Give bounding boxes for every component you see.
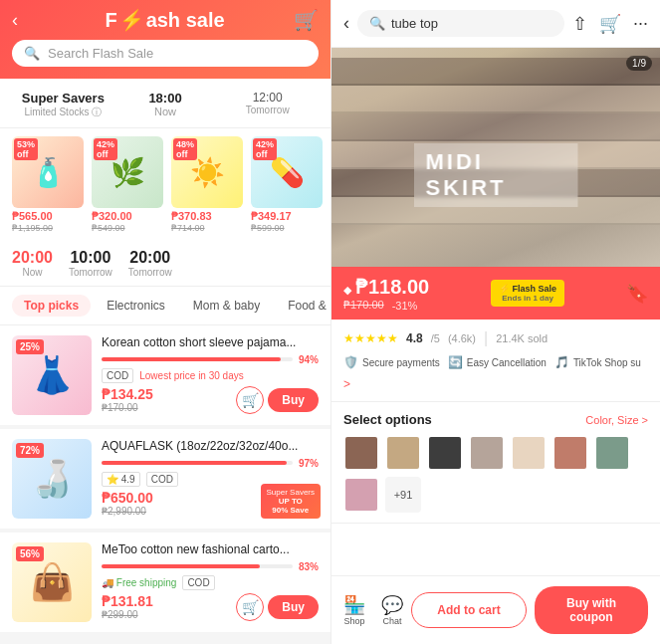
- time-label: Now: [12, 267, 53, 278]
- right-back-button[interactable]: ‹: [343, 13, 349, 34]
- orig-price-row: ₱170.00 -31%: [343, 299, 429, 312]
- color-swatch-7[interactable]: [594, 435, 630, 471]
- time-tab-2000-tomorrow[interactable]: 20:00 Tomorrow: [128, 249, 172, 278]
- color-swatch-2[interactable]: [385, 435, 421, 471]
- color-swatch-5[interactable]: [511, 435, 547, 471]
- discount-badge: 25%: [16, 339, 44, 354]
- buy-with-coupon-button[interactable]: Buy with coupon: [535, 586, 648, 634]
- color-swatch-8[interactable]: [343, 477, 379, 513]
- progress-fill: [102, 564, 260, 568]
- price-section: ◆ ₱118.00 ₱170.00 -31% ⚡ Flash Sale Ends…: [331, 267, 660, 320]
- shield-icon: 🛡️: [343, 355, 358, 369]
- share-icon[interactable]: ⇧: [572, 13, 587, 35]
- chat-icon-item[interactable]: 💬 Chat: [381, 594, 403, 626]
- price-row: ◆ ₱118.00: [343, 275, 429, 299]
- super-savers-tab[interactable]: Super Savers Limited Stocks ⓘ: [12, 87, 114, 123]
- add-to-cart-button[interactable]: 🛒: [236, 593, 264, 621]
- main-price: ₱118.00: [355, 275, 429, 299]
- progress-percent: 94%: [299, 354, 319, 365]
- right-search-bar[interactable]: 🔍 tube top: [357, 10, 564, 37]
- midi-skirt-text: MIDI SKIRT: [414, 143, 578, 207]
- time-tab-1800[interactable]: 18:00 Now: [114, 87, 217, 123]
- discount-percent: -31%: [392, 300, 418, 312]
- product-card[interactable]: 🌿 42%off ₱320.00 ₱549.00: [92, 136, 163, 233]
- tab-tomorrow-label: Tomorrow: [224, 105, 311, 115]
- feature-tiktok-shop: 🎵 TikTok Shop su: [554, 355, 641, 369]
- tag-cod: COD: [182, 575, 214, 590]
- current-price: ₱134.25: [102, 386, 153, 402]
- action-buttons: 🛒 Buy: [236, 593, 319, 621]
- list-item-info: Korean cotton short sleeve pajama... 94%…: [102, 335, 319, 415]
- color-size-label[interactable]: Color, Size >: [585, 414, 648, 426]
- color-swatch-inner: [429, 437, 461, 469]
- star-icons: ★★★★★: [343, 331, 398, 345]
- buy-button[interactable]: Buy: [268, 595, 319, 619]
- product-emoji: 🌿: [110, 156, 145, 189]
- search-query: tube top: [391, 16, 438, 31]
- category-tab-food[interactable]: Food & bev: [276, 295, 330, 317]
- color-swatch-4[interactable]: [469, 435, 505, 471]
- sold-count: 21.4K sold: [496, 332, 548, 344]
- add-to-cart-button[interactable]: 🛒: [236, 386, 264, 414]
- add-to-cart-button[interactable]: Add to cart: [411, 592, 527, 628]
- price-info: ₱134.25 ₱170.00: [102, 386, 153, 413]
- title-suffix: ash sale: [146, 9, 225, 32]
- cart-icon[interactable]: 🛒: [294, 8, 319, 32]
- category-tab-top-picks[interactable]: Top picks: [12, 295, 91, 317]
- list-item[interactable]: 👜 56% MeToo cotton new fashional carto..…: [0, 533, 330, 632]
- tiktok-icon: 🎵: [554, 355, 569, 369]
- page-indicator: 1/9: [626, 56, 652, 71]
- time-tab-1200[interactable]: 12:00 Tomorrow: [216, 87, 319, 123]
- skirt-layer-1: [331, 58, 660, 86]
- feature-label: Secure payments: [362, 357, 440, 368]
- super-savers-section: Super Savers Limited Stocks ⓘ 18:00 Now …: [0, 79, 330, 128]
- category-tab-mom-baby[interactable]: Mom & baby: [181, 295, 272, 317]
- color-swatch-3[interactable]: [427, 435, 463, 471]
- list-item-info: MeToo cotton new fashional carto... 83% …: [102, 542, 319, 622]
- more-colors-button[interactable]: +91: [385, 477, 421, 513]
- search-bar[interactable]: 🔍 Search Flash Sale: [12, 40, 319, 67]
- product-image: 💊 42%off: [251, 136, 323, 208]
- original-price: ₱170.00: [102, 402, 153, 413]
- original-price: ₱170.00: [343, 299, 384, 312]
- ends-label: Ends in 1 day: [502, 294, 553, 303]
- tag-free-shipping: 🚚 Free shipping: [102, 577, 176, 588]
- progress-row: 97%: [102, 458, 319, 469]
- discount-badge: 56%: [16, 546, 44, 561]
- time-tab-1000-tomorrow[interactable]: 10:00 Tomorrow: [69, 249, 112, 278]
- product-card[interactable]: ☀️ 48%off ₱370.83 ₱714.00: [171, 136, 243, 233]
- shop-icon-item[interactable]: 🏪 Shop: [343, 594, 365, 626]
- time-label: Tomorrow: [128, 267, 172, 278]
- search-icon: 🔍: [369, 16, 385, 31]
- more-icon[interactable]: ···: [633, 13, 648, 34]
- feature-secure-payments: 🛡️ Secure payments: [343, 355, 440, 369]
- color-swatch-inner: [554, 437, 586, 469]
- back-button[interactable]: ‹: [12, 10, 36, 31]
- tab-time-label: 18:00: [122, 91, 209, 106]
- original-price: ₱299.00: [102, 609, 153, 620]
- color-swatch-6[interactable]: [552, 435, 588, 471]
- product-card[interactable]: 🧴 53%off ₱565.00 ₱1,195.00: [12, 136, 84, 233]
- current-price: ₱131.81: [102, 593, 153, 609]
- product-detail-section: ★★★★★ 4.8 /5 (4.6k) | 21.4K sold 🛡️ Secu…: [331, 320, 660, 402]
- refresh-icon: 🔄: [448, 355, 463, 369]
- bottom-nav-icons: 🏪 Shop 💬 Chat: [343, 594, 403, 626]
- list-item-title: Korean cotton short sleeve pajama...: [102, 335, 319, 351]
- product-card[interactable]: 💊 42%off ₱349.17 ₱599.00: [251, 136, 323, 233]
- buy-button[interactable]: Buy: [268, 388, 319, 412]
- product-orig-price: ₱549.00: [92, 223, 163, 233]
- progress-percent: 83%: [299, 561, 319, 572]
- cart-icon[interactable]: 🛒: [599, 13, 621, 35]
- list-item[interactable]: 👗 25% Korean cotton short sleeve pajama.…: [0, 325, 330, 425]
- list-item-title: MeToo cotton new fashional carto...: [102, 542, 319, 558]
- time-tab-2000-now[interactable]: 20:00 Now: [12, 249, 53, 278]
- see-more-button[interactable]: >: [343, 377, 350, 391]
- color-swatch-1[interactable]: [343, 435, 379, 471]
- rating-max: /5: [431, 332, 440, 344]
- discount-badge: 48%off: [173, 138, 197, 160]
- progress-row: 83%: [102, 561, 319, 572]
- rating-value: 4.8: [406, 331, 423, 345]
- category-tab-electronics[interactable]: Electronics: [95, 295, 177, 317]
- bookmark-icon[interactable]: 🔖: [626, 283, 648, 305]
- list-item[interactable]: 🍶 72% AQUAFLASK (18oz/22oz/32oz/40o... 9…: [0, 429, 330, 529]
